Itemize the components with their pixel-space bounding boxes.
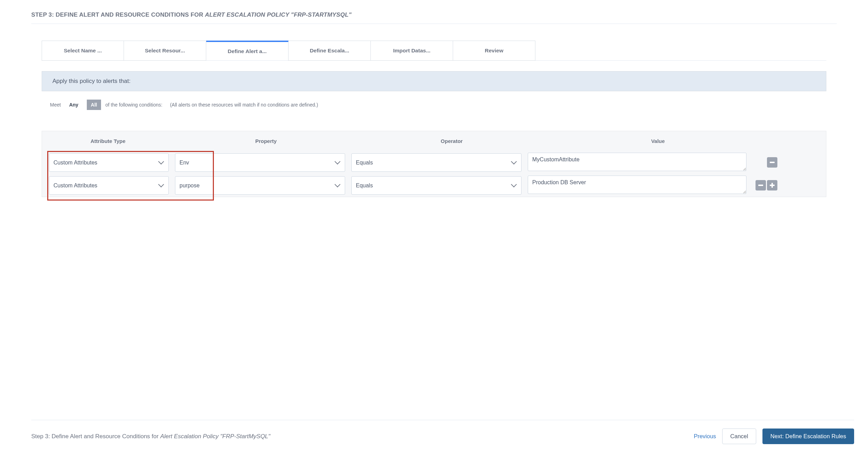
footer-step-label: Step 3: Define Alert and Resource Condit… [31,433,270,440]
tab-step-6[interactable]: Review [453,41,535,61]
conditions-table: Attribute Type Property Operator Value C… [42,131,826,197]
plus-icon [770,183,775,188]
tab-step-1[interactable]: Select Name ... [42,41,124,61]
operator-select[interactable]: Equals [351,153,521,172]
wizard-footer: Step 3: Define Alert and Resource Condit… [31,420,854,444]
table-header: Attribute Type Property Operator Value [42,131,826,151]
attribute-type-select[interactable]: Custom Attributes [49,153,169,172]
minus-icon [770,162,775,163]
tab-step-3[interactable]: Define Alert a... [206,41,289,61]
page-title-policy: ALERT ESCALATION POLICY "FRP-STARTMYSQL" [205,11,351,18]
tab-step-2[interactable]: Select Resour... [124,41,206,61]
match-rest-label: of the following conditions: [105,102,162,108]
minus-icon [758,185,763,186]
footer-step-policy: Alert Escalation Policy "FRP-StartMySQL" [160,433,270,440]
col-attribute-type: Attribute Type [42,138,174,144]
tab-step-4[interactable]: Define Escala... [289,41,371,61]
col-operator: Operator [358,138,545,144]
value-input[interactable]: MyCustomAttribute [528,153,746,171]
wizard-tabs: Select Name ...Select Resour...Define Al… [42,41,826,61]
match-all-toggle[interactable]: All [87,100,101,110]
remove-row-button[interactable] [767,157,777,168]
value-input[interactable]: Production DB Server [528,176,746,194]
meet-label: Meet [50,102,61,108]
property-select[interactable]: Env [175,153,345,172]
match-any-toggle[interactable]: Any [65,100,82,110]
match-hint: (All alerts on these resources will matc… [170,102,318,108]
page-title: STEP 3: DEFINE ALERT AND RESOURCE CONDIT… [31,0,837,24]
add-row-button[interactable] [767,180,777,190]
tab-step-5[interactable]: Import Datas... [371,41,453,61]
table-body: Custom AttributesEnvEqualsMyCustomAttrib… [42,151,826,197]
attribute-type-select[interactable]: Custom Attributes [49,176,169,195]
remove-row-button[interactable] [756,180,766,190]
footer-step-prefix: Step 3: Define Alert and Resource Condit… [31,433,160,440]
col-property: Property [174,138,358,144]
section-banner: Apply this policy to alerts that: [42,71,826,91]
col-value: Value [545,138,770,144]
page-title-prefix: STEP 3: DEFINE ALERT AND RESOURCE CONDIT… [31,11,205,18]
table-row: Custom AttributespurposeEqualsProduction… [42,174,826,197]
cancel-button[interactable]: Cancel [722,429,756,444]
table-row: Custom AttributesEnvEqualsMyCustomAttrib… [42,151,826,174]
previous-button[interactable]: Previous [694,433,716,440]
property-select[interactable]: purpose [175,176,345,195]
condition-match-line: Meet Any All of the following conditions… [50,100,826,110]
operator-select[interactable]: Equals [351,176,521,195]
next-button[interactable]: Next: Define Escalation Rules [762,429,854,444]
